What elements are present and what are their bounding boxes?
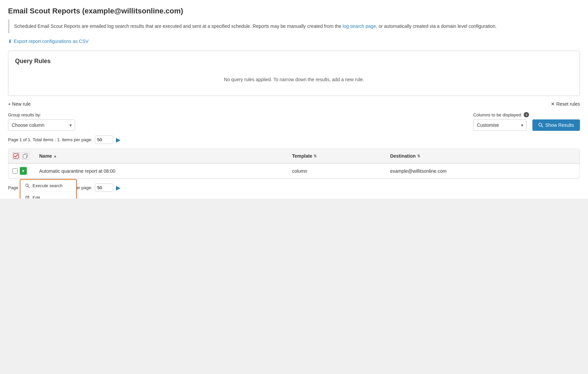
dropdown-edit[interactable]: Edit — [20, 192, 76, 199]
svg-line-1 — [541, 126, 543, 127]
filter-row: Group results by: Choose column ▾ Column… — [8, 112, 580, 131]
row-action-cell: ▾ Execute search — [8, 163, 35, 178]
info-icon: i — [524, 112, 529, 117]
destination-col-label: Destination — [390, 153, 415, 159]
new-rule-button[interactable]: + New rule — [8, 101, 30, 107]
results-table-wrapper: Name ▲ Template ⇅ Destination ⇅ — [8, 149, 580, 179]
pagination-top: Page 1 of 1. Total items : 1. Items per … — [8, 136, 580, 144]
reset-rules-button[interactable]: ✕ Reset rules — [551, 101, 580, 107]
row-name-cell: Automatic quarantine report at 08:00 — [35, 163, 288, 178]
check-all-icon[interactable] — [12, 152, 20, 160]
show-results-button[interactable]: Show Results — [532, 119, 580, 131]
apply-items-per-page-bottom[interactable]: ▶ — [116, 184, 121, 192]
log-search-page-link[interactable]: log search page — [343, 23, 376, 29]
row-action-dropdown-button[interactable]: ▾ — [20, 167, 27, 175]
search-icon — [538, 123, 543, 127]
columns-display-group: Columns to be displayed: i Customise ▾ — [473, 112, 529, 131]
execute-search-label: Execute search — [32, 183, 63, 188]
table-header-destination[interactable]: Destination ⇅ — [386, 149, 580, 163]
checkbox-checked-icon — [13, 153, 19, 159]
name-sort-arrows: ▲ — [53, 154, 57, 158]
download-icon: ⬇ — [8, 39, 12, 44]
row-checkbox-group: ▾ Execute search — [12, 167, 31, 175]
svg-rect-4 — [23, 155, 26, 158]
table-header-row: Name ▲ Template ⇅ Destination ⇅ — [8, 149, 580, 163]
execute-search-icon — [25, 183, 30, 188]
row-template-cell: column — [288, 163, 386, 178]
dropdown-execute-search[interactable]: Execute search — [20, 180, 76, 192]
page-title: Email Scout Reports (example@willitsonli… — [8, 7, 580, 15]
table-header-actions — [8, 149, 35, 163]
export-csv-link[interactable]: ⬇ Export report configurations as CSV — [8, 39, 88, 44]
edit-icon — [25, 196, 30, 199]
edit-label: Edit — [32, 195, 40, 199]
row-destination-cell: example@willitsonline.com — [386, 163, 580, 178]
show-results-label: Show Results — [545, 122, 574, 128]
results-table: Name ▲ Template ⇅ Destination ⇅ — [8, 149, 580, 178]
apply-items-per-page-top[interactable]: ▶ — [116, 136, 121, 144]
pagination-text: Page 1 of 1. Total items : 1. Items per … — [8, 137, 92, 142]
destination-sort-arrows: ⇅ — [417, 154, 420, 158]
description-text-part2: , or automatically created via a domain … — [376, 23, 497, 29]
copy-icon — [23, 153, 28, 159]
customise-select[interactable]: Customise — [473, 119, 527, 131]
table-header-name[interactable]: Name ▲ — [35, 149, 288, 163]
group-by-label: Group results by: — [8, 112, 75, 117]
template-col-label: Template — [292, 153, 312, 159]
group-by-section: Group results by: Choose column ▾ — [8, 112, 75, 131]
query-rules-box: Query Rules No query rules applied. To n… — [8, 51, 580, 96]
columns-display-label: Columns to be displayed: i — [473, 112, 529, 117]
columns-label-text: Columns to be displayed: — [473, 112, 522, 117]
description-box: Scheduled Email Scout Reports are emaile… — [8, 19, 580, 33]
table-header-template[interactable]: Template ⇅ — [288, 149, 386, 163]
copy-icon-button[interactable] — [22, 152, 29, 160]
customise-select-wrapper: Customise ▾ — [473, 119, 527, 131]
query-rules-title: Query Rules — [15, 58, 573, 65]
svg-line-6 — [28, 186, 29, 188]
columns-display-section: Columns to be displayed: i Customise ▾ S… — [473, 112, 580, 131]
row-dropdown-menu: Execute search — [20, 179, 77, 199]
row-checkbox[interactable] — [12, 168, 18, 174]
name-col-label: Name — [39, 153, 52, 159]
rules-actions-bar: + New rule ✕ Reset rules — [8, 101, 580, 107]
items-per-page-input-top[interactable] — [95, 136, 113, 144]
items-per-page-input-bottom[interactable] — [95, 183, 113, 192]
group-by-select[interactable]: Choose column — [8, 119, 75, 131]
template-sort-arrows: ⇅ — [314, 154, 317, 158]
export-csv-label: Export report configurations as CSV — [14, 39, 88, 44]
pagination-bottom: Page 1 of 1. Total items : 1. Items per … — [8, 183, 580, 192]
group-by-select-wrapper: Choose column ▾ — [8, 119, 75, 131]
caret-down-icon: ▾ — [22, 168, 24, 173]
description-text-part1: Scheduled Email Scout Reports are emaile… — [14, 23, 343, 29]
table-row: ▾ Execute search — [8, 163, 580, 178]
no-rules-message: No query rules applied. To narrow down t… — [15, 70, 573, 89]
